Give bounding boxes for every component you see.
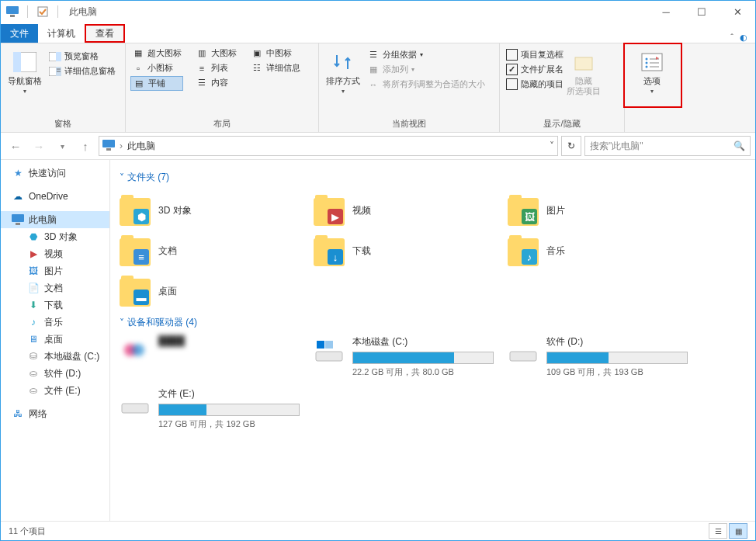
layout-xl-icons[interactable]: ▦超大图标	[130, 47, 183, 60]
tab-computer[interactable]: 计算机	[38, 24, 85, 43]
sidebar-music[interactable]: ♪音乐	[1, 314, 109, 331]
network-icon: 🖧	[12, 407, 24, 420]
layout-tiles[interactable]: ▤平铺	[130, 76, 183, 91]
folder-videos[interactable]: ▶ 视频	[314, 190, 508, 231]
options-icon	[640, 50, 664, 75]
folder-3d-objects[interactable]: ⬢ 3D 对象	[120, 190, 314, 231]
video-icon: ▶	[27, 248, 40, 260]
preview-pane-button[interactable]: 预览窗格	[47, 50, 117, 63]
folder-documents[interactable]: ≡ 文档	[120, 231, 314, 271]
layout-details[interactable]: ☷详细信息	[249, 61, 302, 75]
layout-s-icons[interactable]: ▫小图标	[130, 61, 183, 75]
this-pc-icon	[12, 213, 24, 226]
up-button[interactable]: ↑	[75, 136, 95, 156]
sidebar-network[interactable]: 🖧网络	[1, 405, 109, 422]
sidebar-drive-e[interactable]: ⛀文件 (E:)	[1, 382, 109, 399]
search-placeholder: 搜索"此电脑"	[590, 140, 643, 153]
folder-pictures[interactable]: 🖼 图片	[508, 190, 702, 231]
maximize-button[interactable]: ☐	[684, 1, 720, 23]
svg-rect-17	[106, 148, 111, 151]
sidebar-3d-objects[interactable]: ⬣3D 对象	[1, 228, 109, 245]
chevron-down-icon: ˅	[120, 172, 124, 183]
sidebar-this-pc[interactable]: 此电脑	[1, 211, 109, 228]
view-large-icons-button[interactable]: ▦	[729, 523, 747, 539]
address-box[interactable]: › 此电脑 ˅	[99, 136, 558, 156]
current-view-group-label: 当前视图	[319, 118, 499, 132]
file-extensions-toggle[interactable]: ✓文件扩展名	[505, 63, 565, 76]
help-icon[interactable]: ◐	[740, 33, 747, 43]
group-by-button[interactable]: ☰分组依据 ▾	[366, 48, 487, 61]
add-columns-button: ▦添加列 ▾	[366, 63, 487, 76]
tab-file[interactable]: 文件	[1, 24, 38, 43]
tab-view[interactable]: 查看	[85, 24, 125, 43]
svg-rect-6	[56, 52, 61, 61]
view-details-button[interactable]: ☰	[709, 523, 727, 539]
layout-l-icons[interactable]: ▥大图标	[194, 47, 238, 60]
sidebar-desktop[interactable]: 🖥桌面	[1, 331, 109, 348]
sidebar-onedrive[interactable]: ☁OneDrive	[1, 188, 109, 205]
recent-locations-button[interactable]: ▾	[52, 136, 72, 156]
sidebar-videos[interactable]: ▶视频	[1, 245, 109, 262]
panes-group-label: 窗格	[1, 118, 125, 132]
svg-rect-16	[102, 140, 115, 147]
forward-button[interactable]: →	[29, 136, 49, 156]
folders-section-header[interactable]: ˅文件夹 (7)	[120, 171, 746, 184]
layout-m-icons[interactable]: ▣中图标	[249, 47, 302, 60]
refresh-button[interactable]: ↻	[561, 136, 581, 156]
drive-item-redacted[interactable]: ████	[120, 335, 314, 378]
sidebar-quick-access[interactable]: ★快速访问	[1, 165, 109, 182]
main-view: ˅文件夹 (7) ⬢ 3D 对象 ▶ 视频 🖼 图片 ≡ 文档	[110, 160, 755, 521]
sidebar-drive-d[interactable]: ⛀软件 (D:)	[1, 365, 109, 382]
sort-by-button[interactable]: 排序方式 ▾	[324, 47, 362, 95]
search-icon: 🔍	[733, 140, 745, 151]
details-pane-button[interactable]: 详细信息窗格	[47, 64, 117, 78]
layout-list[interactable]: ≡列表	[194, 61, 238, 75]
svg-rect-0	[6, 6, 19, 14]
drive-d[interactable]: 软件 (D:) 109 GB 可用，共 193 GB	[508, 335, 702, 378]
drive-icon	[508, 335, 539, 366]
download-icon: ⬇	[27, 299, 40, 311]
drive-icon: ⛀	[27, 367, 40, 380]
item-checkboxes-toggle[interactable]: 项目复选框	[505, 48, 565, 61]
navigation-pane: ★快速访问 ☁OneDrive 此电脑 ⬣3D 对象 ▶视频 🖼图片 📄文档 ⬇…	[1, 160, 110, 521]
svg-rect-12	[642, 54, 662, 71]
music-icon: ♪	[27, 316, 40, 328]
minimize-button[interactable]: ─	[648, 1, 684, 23]
svg-rect-4	[13, 52, 21, 72]
size-columns-button: ↔将所有列调整为合适的大小	[366, 78, 487, 91]
svg-rect-26	[122, 404, 148, 413]
drive-e[interactable]: 文件 (E:) 127 GB 可用，共 192 GB	[120, 387, 314, 430]
close-button[interactable]: ✕	[720, 1, 755, 23]
svg-rect-24	[325, 341, 333, 349]
layout-content[interactable]: ☰内容	[194, 76, 238, 89]
folder-desktop[interactable]: ▬ 桌面	[120, 271, 314, 311]
svg-point-15	[646, 66, 648, 68]
show-hide-group-label: 显示/隐藏	[500, 118, 624, 132]
nav-pane-button[interactable]: 导航窗格 ▾	[5, 47, 44, 95]
sidebar-downloads[interactable]: ⬇下载	[1, 297, 109, 314]
ribbon-view: 导航窗格 ▾ 预览窗格 详细信息窗格 窗格 ▦超大图标 ▫小图标 ▤平铺 ▥大图	[1, 43, 755, 133]
back-button[interactable]: ←	[5, 136, 26, 156]
ribbon-collapse-icon[interactable]: ˆ	[730, 33, 733, 43]
devices-section-header[interactable]: ˅设备和驱动器 (4)	[120, 316, 746, 329]
chevron-down-icon: ˅	[120, 317, 124, 328]
sidebar-pictures[interactable]: 🖼图片	[1, 262, 109, 279]
address-dropdown-icon[interactable]: ˅	[550, 140, 554, 151]
breadcrumb[interactable]: 此电脑	[127, 140, 155, 153]
window-title: 此电脑	[69, 5, 97, 19]
hide-selected-button: 隐藏 所选项目	[568, 47, 599, 96]
drive-c[interactable]: 本地磁盘 (C:) 22.2 GB 可用，共 80.0 GB	[314, 335, 508, 378]
cloud-icon: ☁	[12, 190, 24, 203]
sidebar-drive-c[interactable]: ⛁本地磁盘 (C:)	[1, 348, 109, 365]
svg-rect-18	[12, 214, 24, 222]
drive-icon: ⛀	[27, 384, 40, 397]
layout-group-label: 布局	[126, 118, 318, 132]
qat-properties-icon[interactable]	[36, 5, 50, 19]
folder-downloads[interactable]: ↓ 下载	[314, 231, 508, 271]
options-button[interactable]: 选项 ▾	[630, 47, 674, 95]
hidden-items-toggle[interactable]: 隐藏的项目	[505, 78, 565, 91]
folder-music[interactable]: ♪ 音乐	[508, 231, 702, 271]
sidebar-documents[interactable]: 📄文档	[1, 279, 109, 297]
search-box[interactable]: 搜索"此电脑" 🔍	[584, 136, 751, 156]
svg-rect-25	[510, 352, 536, 361]
